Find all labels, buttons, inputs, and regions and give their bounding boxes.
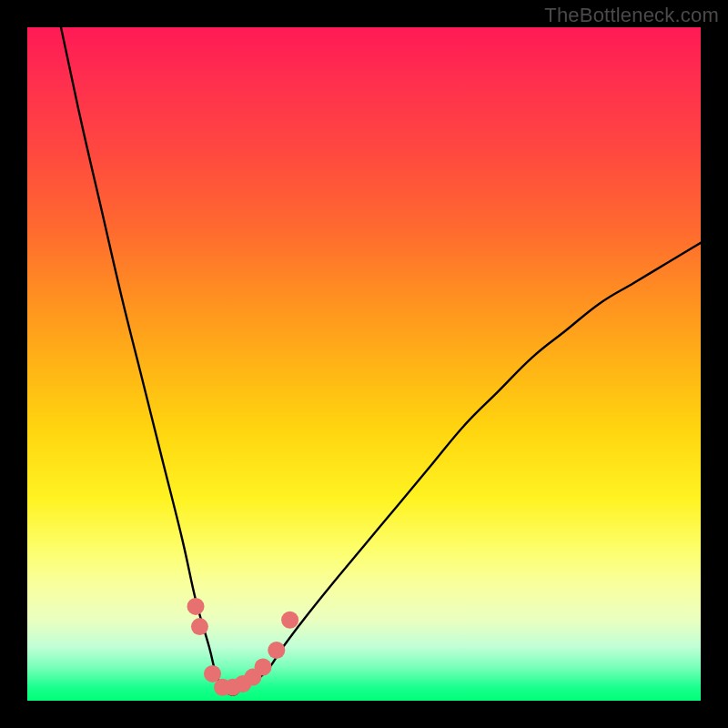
data-marker — [255, 659, 272, 676]
chart-frame: TheBottleneck.com — [0, 0, 728, 728]
curve-svg — [27, 27, 701, 701]
data-marker — [191, 618, 208, 635]
curve-group — [61, 27, 701, 696]
data-marker — [187, 598, 205, 615]
watermark-text: TheBottleneck.com — [544, 4, 719, 27]
data-marker — [281, 612, 298, 629]
plot-area — [27, 27, 701, 701]
bottleneck-curve — [61, 27, 701, 695]
data-marker — [268, 642, 285, 659]
data-markers — [187, 598, 299, 696]
